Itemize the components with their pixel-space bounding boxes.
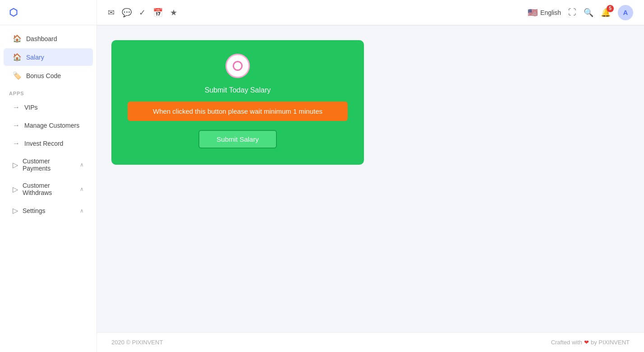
- avatar[interactable]: A: [618, 5, 633, 20]
- content-area: Submit Today Salary When clicked this bu…: [97, 26, 644, 332]
- salary-icon: 🏠: [13, 53, 22, 61]
- sidebar-logo: ⬡: [0, 0, 97, 25]
- language-label: English: [540, 9, 561, 16]
- sidebar-item-dashboard[interactable]: 🏠 Dashboard: [4, 30, 93, 47]
- heart-icon: ❤: [584, 339, 589, 346]
- sidebar-item-customer-payments[interactable]: ▷ Customer Payments ∧: [4, 153, 93, 176]
- search-icon[interactable]: 🔍: [584, 8, 593, 18]
- sidebar-item-label: Settings: [23, 207, 46, 214]
- fullscreen-icon[interactable]: ⛶: [568, 8, 576, 17]
- footer-brand: Crafted with ❤ by PIXINVENT: [551, 339, 630, 346]
- sidebar-item-label: Manage Customers: [24, 122, 79, 129]
- sidebar-item-label: VIPs: [24, 104, 38, 111]
- flag-icon: 🇺🇸: [528, 8, 538, 18]
- triangle-icon: ▷: [13, 185, 18, 194]
- salary-card: Submit Today Salary When clicked this bu…: [111, 40, 364, 165]
- topbar-wrapper: ✉ 💬 ✓ 📅 ★ 🇺🇸 English ⛶ 🔍 🔔 5: [97, 0, 644, 26]
- warning-banner: When clicked this button please wait min…: [128, 102, 348, 121]
- sidebar-item-customer-withdraws[interactable]: ▷ Customer Withdraws ∧: [4, 177, 93, 201]
- notification-icon[interactable]: 🔔 5: [601, 8, 611, 18]
- sidebar-item-salary[interactable]: 🏠 Salary: [4, 48, 93, 66]
- topbar-icons: ✉ 💬 ✓ 📅 ★: [108, 8, 177, 18]
- sidebar-item-label: Invest Record: [24, 140, 63, 147]
- sidebar-item-label: Customer Payments: [23, 157, 75, 172]
- arrow-icon: →: [13, 139, 20, 148]
- footer-copyright: 2020 © PIXINVENT: [111, 339, 163, 346]
- topbar-right: 🇺🇸 English ⛶ 🔍 🔔 5 A: [528, 5, 633, 20]
- mail-icon[interactable]: ✉: [108, 8, 115, 18]
- triangle-icon: ▷: [13, 206, 18, 215]
- sidebar-item-manage-customers[interactable]: → Manage Customers: [4, 117, 93, 134]
- arrow-icon: →: [13, 121, 20, 130]
- chevron-icon: ∧: [80, 186, 84, 192]
- sidebar-item-vips[interactable]: → VIPs: [4, 99, 93, 116]
- calendar-icon[interactable]: 📅: [153, 8, 163, 18]
- triangle-icon: ▷: [13, 161, 18, 169]
- sidebar-nav: 🏠 Dashboard 🏠 Salary 🏷️ Bonus Code APPS …: [0, 25, 97, 352]
- bonus-icon: 🏷️: [13, 71, 22, 80]
- sidebar-item-bonus-code[interactable]: 🏷️ Bonus Code: [4, 67, 93, 84]
- submit-icon: [225, 54, 250, 78]
- star-icon[interactable]: ★: [170, 8, 177, 18]
- chevron-icon: ∧: [80, 208, 84, 214]
- by-text: by PIXINVENT: [591, 339, 630, 346]
- arrow-icon: →: [13, 103, 20, 111]
- sidebar-item-label: Bonus Code: [26, 72, 61, 79]
- chevron-icon: ∧: [80, 162, 84, 168]
- topbar: ✉ 💬 ✓ 📅 ★ 🇺🇸 English ⛶ 🔍 🔔 5: [97, 0, 644, 25]
- check-icon[interactable]: ✓: [139, 8, 146, 18]
- language-selector[interactable]: 🇺🇸 English: [528, 8, 561, 18]
- sidebar-item-label: Dashboard: [26, 35, 57, 42]
- submit-icon-inner: [233, 61, 243, 71]
- notification-badge: 5: [607, 5, 614, 12]
- sidebar: ⬡ 🏠 Dashboard 🏠 Salary 🏷️ Bonus Code APP…: [0, 0, 97, 352]
- submit-salary-button[interactable]: Submit Salary: [198, 130, 276, 148]
- salary-card-title: Submit Today Salary: [205, 86, 271, 94]
- chat-icon[interactable]: 💬: [122, 8, 132, 18]
- main-content: ✉ 💬 ✓ 📅 ★ 🇺🇸 English ⛶ 🔍 🔔 5: [97, 0, 644, 352]
- crafted-text: Crafted with: [551, 339, 582, 346]
- footer: 2020 © PIXINVENT Crafted with ❤ by PIXIN…: [97, 332, 644, 352]
- sidebar-item-label: Salary: [26, 54, 44, 61]
- apps-section-label: APPS: [0, 85, 97, 98]
- sidebar-item-settings[interactable]: ▷ Settings ∧: [4, 202, 93, 219]
- home-icon: 🏠: [13, 34, 22, 43]
- sidebar-item-label: Customer Withdraws: [23, 182, 75, 196]
- sidebar-item-invest-record[interactable]: → Invest Record: [4, 135, 93, 152]
